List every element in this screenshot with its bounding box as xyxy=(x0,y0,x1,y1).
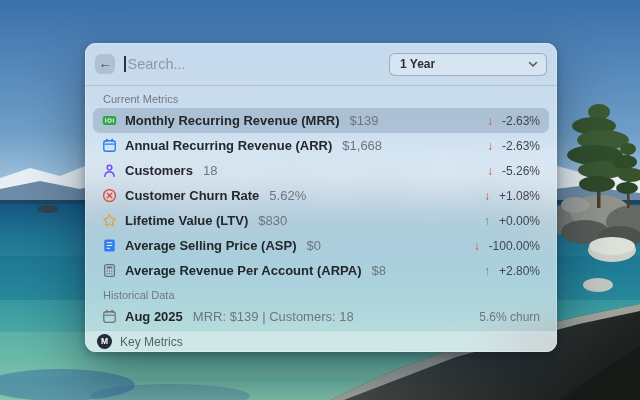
metric-row[interactable]: Lifetime Value (LTV)$830↑+0.00% xyxy=(93,208,549,233)
metric-title: Lifetime Value (LTV) xyxy=(125,213,248,228)
metric-title: Aug 2025 xyxy=(125,309,183,324)
calculator-icon xyxy=(102,263,117,278)
search-input[interactable] xyxy=(126,56,381,72)
metric-title: Monthly Recurring Revenue (MRR) xyxy=(125,113,340,128)
trend-down-icon: ↓ xyxy=(484,190,490,202)
metric-title: Average Selling Price (ASP) xyxy=(125,238,296,253)
desktop: ← 1 Year Current MetricsMonthly Recurrin… xyxy=(0,0,640,400)
search-field[interactable] xyxy=(124,56,380,72)
section-label: Current Metrics xyxy=(93,87,549,108)
person-icon xyxy=(102,163,117,178)
period-dropdown-value: 1 Year xyxy=(400,57,522,71)
document-icon xyxy=(102,238,117,253)
metric-row[interactable]: Aug 2025MRR: $139 | Customers: 185.6% ch… xyxy=(93,304,549,329)
trend-down-icon: ↓ xyxy=(487,165,493,177)
x-circle-icon xyxy=(102,188,117,203)
metric-value: $1,668 xyxy=(342,138,382,153)
chevron-down-icon xyxy=(528,61,538,68)
metric-value: $0 xyxy=(306,238,320,253)
metric-change: -2.63% xyxy=(502,114,540,128)
app-name: Key Metrics xyxy=(120,335,183,349)
star-icon xyxy=(102,213,117,228)
trend-down-icon: ↓ xyxy=(474,240,480,252)
key-metrics-window: ← 1 Year Current MetricsMonthly Recurrin… xyxy=(85,43,557,352)
footer-bar: M Key Metrics xyxy=(85,330,557,352)
metric-change: +0.00% xyxy=(499,214,540,228)
metric-row[interactable]: Monthly Recurring Revenue (MRR)$139↓-2.6… xyxy=(93,108,549,133)
trend-down-icon: ↓ xyxy=(487,115,493,127)
metric-title: Customers xyxy=(125,163,193,178)
metric-value: $830 xyxy=(258,213,287,228)
row-accessory: 5.6% churn xyxy=(479,310,540,324)
metric-title: Annual Recurring Revenue (ARR) xyxy=(125,138,332,153)
trend-up-icon: ↑ xyxy=(484,265,490,277)
calendar-blue-icon xyxy=(102,138,117,153)
trend-down-icon: ↓ xyxy=(487,140,493,152)
metric-row[interactable]: Customer Churn Rate5.62%↓+1.08% xyxy=(93,183,549,208)
metric-row[interactable]: Average Revenue Per Account (ARPA)$8↑+2.… xyxy=(93,258,549,283)
banknote-icon xyxy=(102,113,117,128)
metric-row[interactable]: Average Selling Price (ASP)$0↓-100.00% xyxy=(93,233,549,258)
app-logo-icon: M xyxy=(97,334,112,349)
metric-row[interactable]: Customers18↓-5.26% xyxy=(93,158,549,183)
back-button[interactable]: ← xyxy=(95,54,115,74)
metric-change: -100.00% xyxy=(489,239,540,253)
metric-title: Average Revenue Per Account (ARPA) xyxy=(125,263,361,278)
metric-value: $8 xyxy=(371,263,385,278)
section-label: Historical Data xyxy=(93,283,549,304)
metric-value: MRR: $139 | Customers: 18 xyxy=(193,309,354,324)
metric-value: 18 xyxy=(203,163,217,178)
metric-title: Customer Churn Rate xyxy=(125,188,259,203)
results-list: Current MetricsMonthly Recurring Revenue… xyxy=(85,86,557,330)
metric-change: +1.08% xyxy=(499,189,540,203)
calendar-gray-icon xyxy=(102,309,117,324)
metric-value: $139 xyxy=(350,113,379,128)
period-dropdown[interactable]: 1 Year xyxy=(389,53,547,76)
metric-row[interactable]: Annual Recurring Revenue (ARR)$1,668↓-2.… xyxy=(93,133,549,158)
metric-change: -5.26% xyxy=(502,164,540,178)
trend-up-icon: ↑ xyxy=(484,215,490,227)
search-header: ← 1 Year xyxy=(85,43,557,86)
metric-change: +2.80% xyxy=(499,264,540,278)
metric-value: 5.62% xyxy=(269,188,306,203)
metric-change: -2.63% xyxy=(502,139,540,153)
